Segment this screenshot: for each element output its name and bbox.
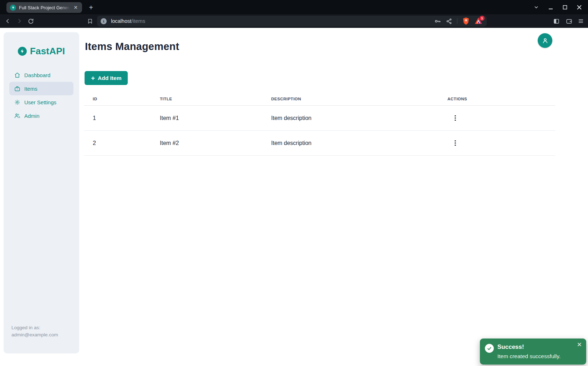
cell-id: 1 xyxy=(84,115,160,121)
user-icon xyxy=(542,37,549,44)
toast-title: Success! xyxy=(497,344,524,351)
wallet-icon[interactable] xyxy=(564,16,574,26)
tab-search-chevron-icon[interactable] xyxy=(532,2,541,12)
sidebar-panel-icon[interactable] xyxy=(551,16,561,26)
home-icon xyxy=(14,72,20,78)
brave-rewards-icon[interactable]: 1 xyxy=(475,17,482,25)
cell-title: Item #2 xyxy=(160,140,271,146)
success-toast: Success! Item created successfully. ✕ xyxy=(480,339,586,365)
menu-hamburger-icon[interactable] xyxy=(576,16,586,26)
column-header-id: ID xyxy=(84,97,160,101)
sidebar-item-admin[interactable]: Admin xyxy=(9,109,74,122)
sidebar-item-items[interactable]: Items xyxy=(9,82,74,95)
toast-close-icon[interactable]: ✕ xyxy=(576,341,583,349)
table-row: 1 Item #1 Item description xyxy=(84,106,555,131)
plus-icon: + xyxy=(91,75,95,81)
url-host: localhost xyxy=(111,18,131,24)
logged-in-info: Logged in as: admin@example.com xyxy=(11,324,58,339)
sidebar-item-label: Dashboard xyxy=(24,72,50,78)
briefcase-icon xyxy=(14,86,20,92)
forward-button[interactable] xyxy=(14,16,24,26)
tab-favicon-lightning-icon xyxy=(10,5,16,11)
table-row: 2 Item #2 Item description xyxy=(84,131,555,156)
column-header-description: DESCRIPTION xyxy=(271,97,447,101)
add-item-button[interactable]: + Add Item xyxy=(85,71,128,85)
add-item-label: Add Item xyxy=(98,75,121,81)
page-title: Items Management xyxy=(85,41,179,52)
user-avatar-button[interactable] xyxy=(538,33,552,48)
bookmark-icon[interactable] xyxy=(85,16,95,26)
fastapi-logo: FastAPI xyxy=(4,46,79,57)
users-icon xyxy=(14,113,20,119)
cell-title: Item #1 xyxy=(160,115,271,121)
sidebar-item-dashboard[interactable]: Dashboard xyxy=(9,68,74,82)
reload-button[interactable] xyxy=(26,16,36,26)
tab-title: Full Stack Project Genera xyxy=(19,5,72,10)
rewards-badge: 1 xyxy=(480,16,485,21)
sidebar-nav: Dashboard Items User Settings Admin xyxy=(4,68,79,122)
fastapi-logo-lightning-icon xyxy=(18,47,27,56)
sidebar-item-user-settings[interactable]: User Settings xyxy=(9,95,74,109)
sidebar-item-label: User Settings xyxy=(24,99,56,105)
share-icon[interactable] xyxy=(446,18,452,24)
toolbar-divider xyxy=(457,18,457,24)
window-minimize-button[interactable] xyxy=(546,2,555,12)
site-info-icon[interactable]: i xyxy=(101,18,107,24)
table-header-row: ID TITLE DESCRIPTION ACTIONS xyxy=(84,92,555,106)
sidebar: FastAPI Dashboard Items User Settings xyxy=(4,32,79,354)
items-table: ID TITLE DESCRIPTION ACTIONS 1 Item #1 I… xyxy=(84,92,555,156)
row-actions-kebab-icon[interactable] xyxy=(450,113,460,124)
gear-icon xyxy=(14,99,20,105)
url-path: /items xyxy=(131,18,145,24)
fastapi-logo-text: FastAPI xyxy=(30,46,65,57)
url-text[interactable]: localhost/items xyxy=(111,18,434,24)
browser-toolbar: i localhost/items 1 xyxy=(0,14,588,28)
url-bar[interactable]: i localhost/items 1 xyxy=(97,16,487,26)
window-maximize-button[interactable] xyxy=(560,2,569,12)
window-close-button[interactable] xyxy=(574,2,584,12)
column-header-actions: ACTIONS xyxy=(447,97,555,101)
column-header-title: TITLE xyxy=(160,97,271,101)
password-key-icon[interactable] xyxy=(434,18,441,25)
tab-close-icon[interactable]: ✕ xyxy=(72,4,79,11)
back-button[interactable] xyxy=(3,16,13,26)
browser-tab-bar: Full Stack Project Genera ✕ + xyxy=(0,0,588,14)
toast-message: Item created successfully. xyxy=(497,353,561,360)
cell-description: Item description xyxy=(271,140,447,146)
logged-in-label: Logged in as: xyxy=(11,324,58,331)
row-actions-kebab-icon[interactable] xyxy=(450,138,460,149)
sidebar-item-label: Items xyxy=(24,86,37,92)
browser-tab[interactable]: Full Stack Project Genera ✕ xyxy=(6,2,82,13)
cell-id: 2 xyxy=(84,140,160,146)
app-content: FastAPI Dashboard Items User Settings xyxy=(0,28,588,366)
new-tab-button[interactable]: + xyxy=(86,3,96,12)
check-circle-icon xyxy=(485,344,494,353)
sidebar-item-label: Admin xyxy=(24,113,40,119)
logged-in-email: admin@example.com xyxy=(11,331,58,339)
brave-shield-icon[interactable] xyxy=(462,17,470,25)
cell-description: Item description xyxy=(271,115,447,121)
